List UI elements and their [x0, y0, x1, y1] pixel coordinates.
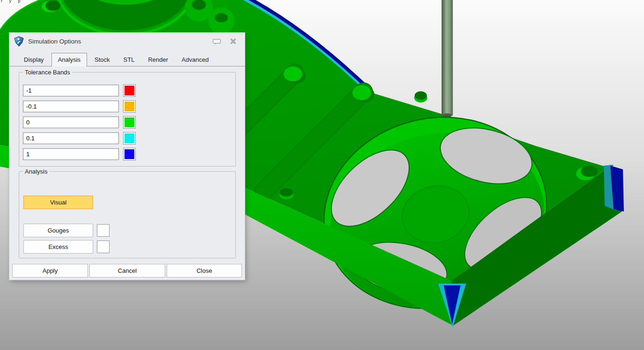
tolerance-bands-group: Tolerance Bands: [19, 72, 236, 167]
tolerance-input-1[interactable]: [23, 101, 119, 112]
tolerance-color-swatch-0[interactable]: [123, 84, 136, 97]
close-button[interactable]: Close: [167, 264, 242, 277]
swatch-color: [124, 133, 134, 143]
gouges-color-swatch[interactable]: [97, 224, 110, 237]
tolerance-color-swatch-3[interactable]: [123, 132, 136, 145]
analysis-group: Analysis Visual Gouges Excess: [19, 171, 236, 258]
gouges-button[interactable]: Gouges: [23, 224, 93, 237]
tab-stock[interactable]: Stock: [88, 54, 116, 66]
tolerance-bands-label: Tolerance Bands: [23, 69, 72, 76]
tool-cylinder: [442, 0, 453, 117]
excess-corner-right: [604, 165, 624, 211]
tolerance-color-swatch-2[interactable]: [123, 116, 136, 129]
swatch-color: [124, 149, 134, 159]
swatch-color: [124, 102, 134, 111]
tolerance-input-3[interactable]: [23, 132, 119, 144]
close-icon[interactable]: ❌︎​: [227, 36, 239, 47]
tab-advanced[interactable]: Advanced: [176, 54, 215, 66]
tab-analysis[interactable]: Analysis: [51, 53, 87, 66]
simulation-options-dialog: Simulation Options ❌︎​ Display Analysis …: [9, 33, 245, 280]
simulation-app-icon: [14, 36, 24, 47]
tolerance-input-2[interactable]: [23, 117, 119, 128]
dialog-tab-bar: Display Analysis Stock STL Render Advanc…: [9, 53, 245, 66]
tolerance-input-4[interactable]: [23, 148, 119, 160]
clipped-toolbar-text: r y p: [1, 0, 23, 3]
tab-stl[interactable]: STL: [117, 54, 141, 66]
excess-button[interactable]: Excess: [23, 240, 93, 254]
tab-render[interactable]: Render: [142, 54, 174, 66]
swatch-color: [124, 117, 134, 127]
cancel-button[interactable]: Cancel: [89, 264, 165, 277]
tab-display[interactable]: Display: [18, 54, 50, 66]
analysis-label: Analysis: [23, 168, 49, 175]
swatch-color: [124, 86, 134, 95]
help-balloon-icon[interactable]: [212, 39, 221, 45]
dialog-title: Simulation Options: [28, 33, 81, 51]
tolerance-color-swatch-1[interactable]: [123, 100, 136, 113]
tolerance-color-swatch-4[interactable]: [123, 148, 136, 160]
visual-button[interactable]: Visual: [23, 196, 93, 209]
tolerance-input-0[interactable]: [23, 85, 119, 96]
apply-button[interactable]: Apply: [12, 264, 88, 277]
excess-color-swatch[interactable]: [97, 241, 110, 253]
dialog-titlebar[interactable]: Simulation Options ❌︎​: [9, 33, 245, 51]
